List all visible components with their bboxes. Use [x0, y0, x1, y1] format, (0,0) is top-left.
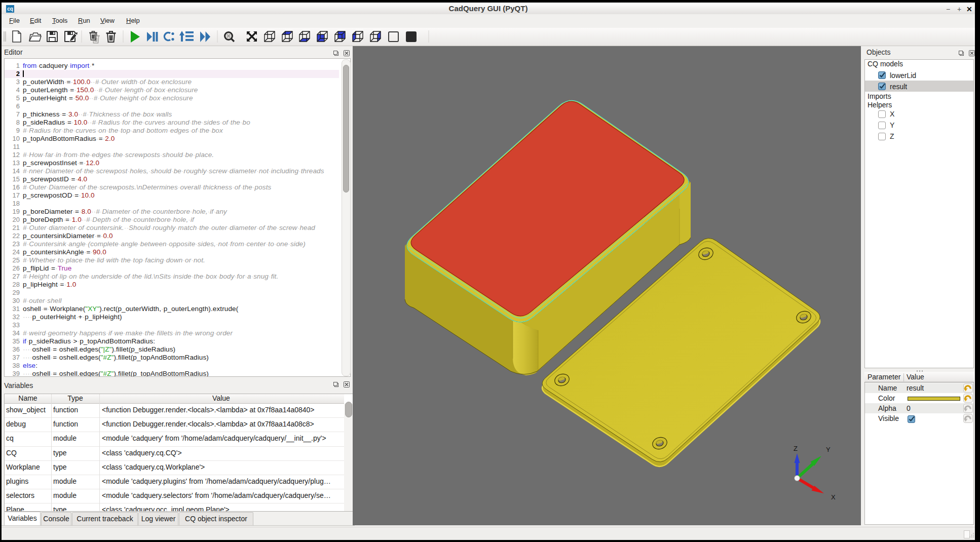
svg-text:Y: Y — [826, 446, 831, 453]
svg-text:Z: Z — [794, 445, 798, 452]
svg-text:X: X — [831, 493, 836, 501]
